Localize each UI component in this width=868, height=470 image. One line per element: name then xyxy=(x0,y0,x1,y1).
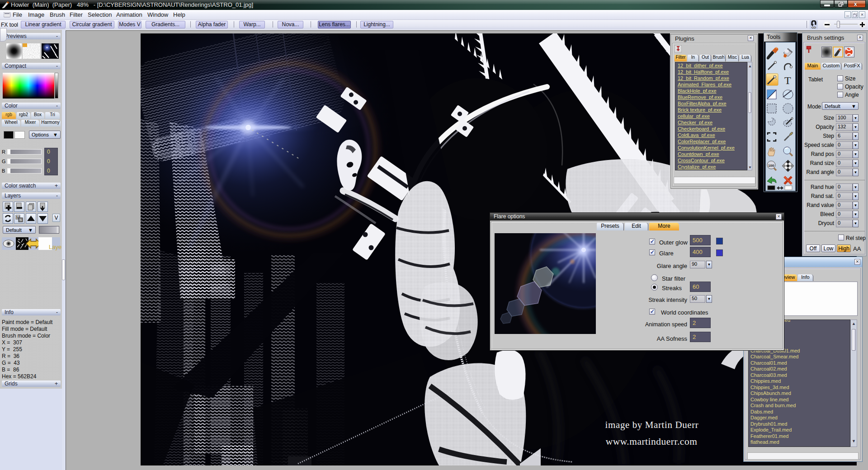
svg-text:www.martinduerr.com: www.martinduerr.com xyxy=(606,436,698,447)
svg-text:T: T xyxy=(784,75,791,86)
svg-text:S: S xyxy=(19,218,22,222)
svg-text:image by Martin Duerr: image by Martin Duerr xyxy=(605,419,699,430)
svg-text:100: 100 xyxy=(768,164,774,168)
